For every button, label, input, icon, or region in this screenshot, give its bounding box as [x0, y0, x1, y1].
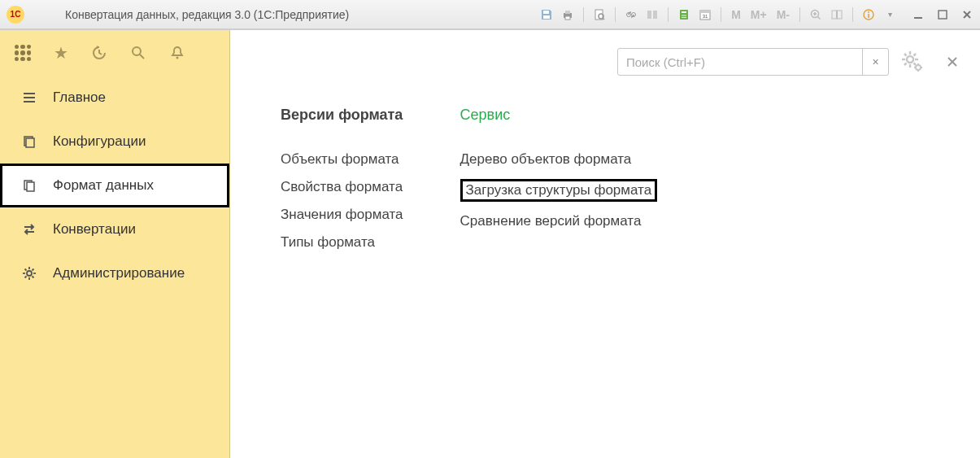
- svg-point-36: [133, 47, 141, 55]
- apps-icon[interactable]: [15, 45, 31, 61]
- svg-line-37: [140, 55, 144, 59]
- separator: [615, 7, 616, 22]
- print-icon[interactable]: [559, 6, 577, 24]
- svg-line-62: [904, 54, 907, 56]
- memory-mminus[interactable]: M-: [773, 8, 793, 21]
- svg-point-30: [868, 11, 869, 13]
- svg-rect-13: [682, 11, 686, 13]
- separator: [583, 7, 584, 22]
- sidebar-item-administration[interactable]: Администрирование: [0, 251, 229, 295]
- calculator-icon[interactable]: [675, 6, 693, 24]
- svg-rect-1: [543, 15, 550, 19]
- sidebar-item-configurations[interactable]: Конфигурации: [0, 120, 229, 164]
- svg-point-19: [685, 16, 686, 18]
- gear-icon: [20, 266, 38, 281]
- service-heading: Сервис: [460, 107, 658, 124]
- dropdown-icon[interactable]: ▾: [881, 6, 899, 24]
- link-icon[interactable]: [622, 6, 640, 24]
- main-toolbar: ×: [251, 48, 959, 76]
- memory-m[interactable]: M: [728, 8, 744, 21]
- svg-line-26: [818, 16, 821, 19]
- sidebar-item-label: Администрирование: [53, 265, 185, 281]
- svg-line-63: [914, 63, 917, 66]
- history-icon[interactable]: [91, 45, 107, 61]
- svg-line-65: [904, 63, 907, 66]
- stack-icon: [20, 134, 38, 149]
- sidebar-item-conversions[interactable]: Конвертации: [0, 207, 229, 251]
- svg-rect-10: [647, 11, 651, 19]
- sidebar-item-label: Главное: [53, 89, 106, 106]
- svg-point-18: [683, 16, 685, 18]
- separator: [852, 7, 853, 22]
- menu-lines-icon: [20, 90, 38, 105]
- sidebar-toolbar: ★: [0, 43, 229, 76]
- svg-point-14: [682, 15, 683, 16]
- app-logo-icon: 1C: [7, 6, 24, 24]
- title-toolbar: 31 M M+ M- ▾: [538, 6, 899, 24]
- separator: [799, 7, 800, 22]
- svg-line-54: [33, 277, 34, 278]
- minimize-button[interactable]: [912, 8, 925, 21]
- title-bar: 1C Конвертация данных, редакция 3.0 (1С:…: [0, 0, 980, 29]
- svg-line-64: [914, 54, 917, 56]
- memory-mplus[interactable]: M+: [747, 8, 770, 21]
- search-clear-button[interactable]: ×: [862, 49, 888, 75]
- sidebar-item-data-format[interactable]: Формат данных: [0, 164, 229, 207]
- link-compare-versions[interactable]: Сравнение версий формата: [460, 213, 642, 229]
- search-box: ×: [617, 48, 889, 76]
- sidebar-item-label: Конвертации: [53, 221, 136, 238]
- service-column: Сервис Дерево объектов формата Загрузка …: [460, 107, 658, 262]
- link-format-properties[interactable]: Свойства формата: [281, 179, 403, 195]
- maximize-button[interactable]: [936, 8, 949, 21]
- search-icon[interactable]: [130, 45, 146, 61]
- svg-text:31: 31: [703, 14, 708, 19]
- sidebar-item-label: Формат данных: [53, 177, 154, 194]
- format-versions-column: Версии формата Объекты формата Свойства …: [281, 107, 403, 262]
- svg-rect-45: [27, 182, 34, 191]
- star-icon[interactable]: ★: [54, 43, 68, 63]
- documents-icon: [20, 178, 38, 193]
- format-versions-heading: Версии формата: [281, 107, 403, 124]
- svg-point-57: [907, 56, 913, 63]
- zoom-icon[interactable]: [807, 6, 825, 24]
- svg-point-15: [683, 15, 685, 16]
- bell-icon[interactable]: [169, 45, 185, 61]
- calendar-icon[interactable]: 31: [696, 6, 714, 24]
- content-columns: Версии формата Объекты формата Свойства …: [251, 107, 959, 262]
- link-format-objects[interactable]: Объекты формата: [281, 151, 399, 168]
- close-button[interactable]: [960, 8, 973, 21]
- link-format-types[interactable]: Типы формата: [281, 234, 375, 251]
- link-format-values[interactable]: Значения формата: [281, 207, 403, 223]
- sidebar-item-label: Конфигурации: [53, 133, 146, 150]
- panels-icon[interactable]: [828, 6, 846, 24]
- svg-line-53: [25, 269, 27, 271]
- separator: [721, 7, 721, 22]
- svg-rect-33: [939, 11, 947, 19]
- search-input[interactable]: [618, 49, 862, 75]
- main-panel: × Версии формата Объекты формата Свойств…: [230, 30, 980, 458]
- panel-close-icon[interactable]: [946, 55, 959, 68]
- link-load-structure[interactable]: Загрузка структуры формата: [466, 182, 652, 198]
- svg-point-48: [27, 271, 32, 276]
- svg-rect-4: [565, 16, 570, 20]
- sidebar-item-main[interactable]: Главное: [0, 76, 229, 120]
- sidebar: ★ Главное Конфигурации: [0, 30, 230, 458]
- svg-rect-11: [653, 11, 657, 19]
- arrows-icon: [20, 222, 38, 237]
- svg-rect-21: [700, 11, 710, 13]
- svg-rect-27: [832, 11, 837, 19]
- info-icon[interactable]: [860, 6, 878, 24]
- svg-line-55: [33, 269, 34, 271]
- settings-gear-icon[interactable]: [900, 50, 925, 74]
- compare-icon[interactable]: [643, 6, 661, 24]
- window-title: Конвертация данных, редакция 3.0 (1С:Пре…: [65, 8, 538, 21]
- preview-icon[interactable]: [590, 6, 608, 24]
- svg-point-17: [682, 16, 683, 18]
- svg-rect-31: [868, 14, 869, 18]
- separator: [668, 7, 669, 22]
- link-object-tree[interactable]: Дерево объектов формата: [460, 151, 632, 168]
- svg-rect-43: [26, 138, 34, 147]
- save-icon[interactable]: [538, 6, 555, 24]
- svg-line-56: [25, 277, 27, 278]
- link-load-structure-highlighted[interactable]: Загрузка структуры формата: [460, 179, 658, 202]
